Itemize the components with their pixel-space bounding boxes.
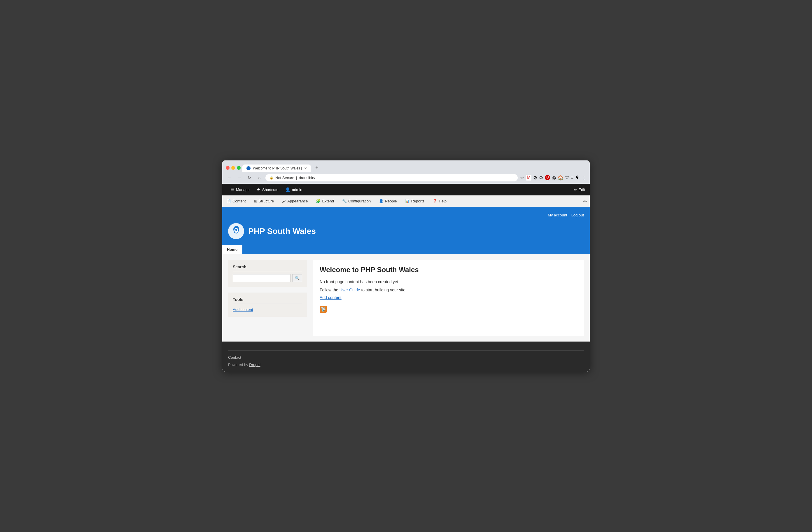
url-bar[interactable]: 🔒 Not Secure | dransible/ [265, 174, 518, 182]
home-nav-label: Home [227, 247, 237, 252]
sidebar-add-content-link[interactable]: Add content [233, 307, 253, 312]
user-guide-link[interactable]: User Guide [339, 288, 360, 292]
tab-favicon-icon [246, 166, 250, 170]
edit-button[interactable]: ✏ Edit [574, 188, 585, 192]
chrome-controls [226, 166, 241, 170]
tab-title: Welcome to PHP South Wales | [253, 166, 302, 170]
nav-item-help[interactable]: ❓ Help [429, 196, 451, 207]
site-logo [228, 223, 244, 239]
nav-help-label: Help [439, 199, 447, 203]
search-title: Search [233, 264, 302, 271]
close-button[interactable] [226, 166, 230, 170]
nav-people-label: People [385, 199, 397, 203]
main-text-2-prefix: Follow the [320, 288, 339, 292]
page-title: Welcome to PHP South Wales [320, 266, 577, 274]
drupal-link[interactable]: Drupal [249, 362, 260, 367]
nav-item-extend[interactable]: 🧩 Extend [312, 196, 338, 207]
minimize-button[interactable] [231, 166, 235, 170]
shortcuts-menu-item[interactable]: ★ Shortcuts [253, 184, 282, 196]
content-wrapper: Search 🔍 Tools Add content Welcome to PH… [222, 254, 590, 342]
nav-item-content[interactable]: 📄 Content [222, 196, 250, 207]
extension-icon-8[interactable]: ○ [570, 175, 574, 180]
browser-tab[interactable]: Welcome to PHP South Wales | ✕ [242, 164, 311, 172]
admin-user-menu-item[interactable]: 👤 admin [282, 184, 306, 196]
main-text-1: No front page content has been created y… [320, 278, 577, 285]
nav-structure-label: Structure [259, 199, 274, 203]
nav-item-reports[interactable]: 📊 Reports [401, 196, 429, 207]
star-admin-icon: ★ [257, 187, 260, 192]
main-text-2-suffix: to start building your site. [361, 288, 407, 292]
url-separator: | [296, 176, 297, 180]
nav-item-configuration[interactable]: 🔧 Configuration [338, 196, 375, 207]
extension-icon-7[interactable]: ▽ [565, 175, 569, 181]
shortcuts-label: Shortcuts [262, 188, 278, 192]
nav-item-people[interactable]: 👤 People [375, 196, 401, 207]
help-icon: ❓ [433, 199, 437, 203]
manage-label: Manage [236, 188, 250, 192]
home-nav-item[interactable]: Home [222, 245, 242, 254]
search-input[interactable] [233, 274, 290, 282]
nav-item-structure[interactable]: ⊞ Structure [250, 196, 278, 207]
main-text-2: Follow the User Guide to start building … [320, 287, 577, 293]
pencil-icon: ✏ [574, 188, 577, 192]
chrome-menu-button[interactable]: ⋮ [582, 175, 586, 181]
my-account-link[interactable]: My account [548, 213, 567, 217]
people-icon: 👤 [379, 199, 383, 203]
new-tab-button[interactable]: + [313, 163, 321, 172]
extension-icon-1[interactable]: M [526, 175, 532, 181]
url-security-label: Not Secure [275, 176, 294, 180]
manage-menu-item[interactable]: ☰ Manage [227, 184, 253, 196]
rss-symbol: 📡 [321, 307, 326, 312]
appearance-icon: 🖌 [282, 199, 286, 203]
search-button[interactable]: 🔍 [292, 274, 302, 282]
admin-label: admin [292, 188, 302, 192]
svg-point-2 [235, 229, 237, 231]
user-icon: 👤 [285, 187, 290, 192]
nav-configuration-label: Configuration [348, 199, 371, 203]
contact-link[interactable]: Contact [228, 355, 584, 360]
rss-icon: 📡 [320, 306, 327, 313]
chrome-omnibar: ← → ↻ ⌂ 🔒 Not Secure | dransible/ ☆ M ⚙ … [222, 172, 590, 184]
nav-reports-label: Reports [411, 199, 425, 203]
site-header-links: My account Log out [548, 213, 584, 217]
back-button[interactable]: ← [226, 174, 233, 182]
site-branding: PHP South Wales [228, 220, 584, 245]
site-name: PHP South Wales [248, 227, 316, 236]
search-block: Search 🔍 [228, 260, 307, 287]
structure-icon: ⊞ [254, 199, 257, 203]
home-button[interactable]: ⌂ [256, 174, 263, 182]
tab-close-button[interactable]: ✕ [304, 167, 307, 170]
star-icon[interactable]: ☆ [520, 175, 524, 181]
extension-icon-4[interactable]: U [545, 175, 550, 180]
url-path: dransible/ [299, 176, 315, 180]
main-content: Welcome to PHP South Wales No front page… [313, 260, 584, 336]
site-wrapper: ☰ Manage ★ Shortcuts 👤 admin ✏ Edit 📄 Co… [222, 184, 590, 372]
browser-window: Welcome to PHP South Wales | ✕ + ← → ↻ ⌂… [222, 160, 590, 372]
extend-icon: 🧩 [316, 199, 321, 203]
forward-button[interactable]: → [236, 174, 243, 182]
reload-button[interactable]: ↻ [246, 174, 253, 182]
content-icon: 📄 [226, 199, 231, 203]
add-content-link[interactable]: Add content [320, 295, 577, 300]
tools-title: Tools [233, 297, 302, 304]
nav-content-label: Content [232, 199, 246, 203]
extension-icon-2[interactable]: ⚙ [533, 175, 537, 181]
nav-toggle-button[interactable]: ⇔ [580, 198, 590, 204]
log-out-link[interactable]: Log out [571, 213, 584, 217]
maximize-button[interactable] [237, 166, 241, 170]
admin-toolbar: ☰ Manage ★ Shortcuts 👤 admin ✏ Edit [222, 184, 590, 196]
powered-by-text: Powered by [228, 362, 249, 367]
nav-item-appearance[interactable]: 🖌 Appearance [278, 196, 312, 207]
chrome-titlebar: Welcome to PHP South Wales | ✕ + [222, 160, 590, 172]
extension-icon-5[interactable]: ◎ [552, 175, 556, 181]
extension-icon-6[interactable]: 🏠 [558, 175, 564, 181]
site-navigation: Home [222, 245, 590, 254]
nav-appearance-label: Appearance [287, 199, 308, 203]
extension-icon-9[interactable]: 🎙 [575, 175, 580, 180]
omnibar-icons: ☆ M ⚙ ⚙ U ◎ 🏠 ▽ ○ 🎙 ⋮ [520, 175, 586, 181]
extension-icon-3[interactable]: ⚙ [539, 175, 543, 181]
footer-powered-by: Powered by Drupal [228, 362, 584, 367]
drupal-logo-svg [230, 226, 242, 237]
site-footer: Contact Powered by Drupal [222, 342, 590, 372]
edit-label: Edit [579, 188, 585, 192]
